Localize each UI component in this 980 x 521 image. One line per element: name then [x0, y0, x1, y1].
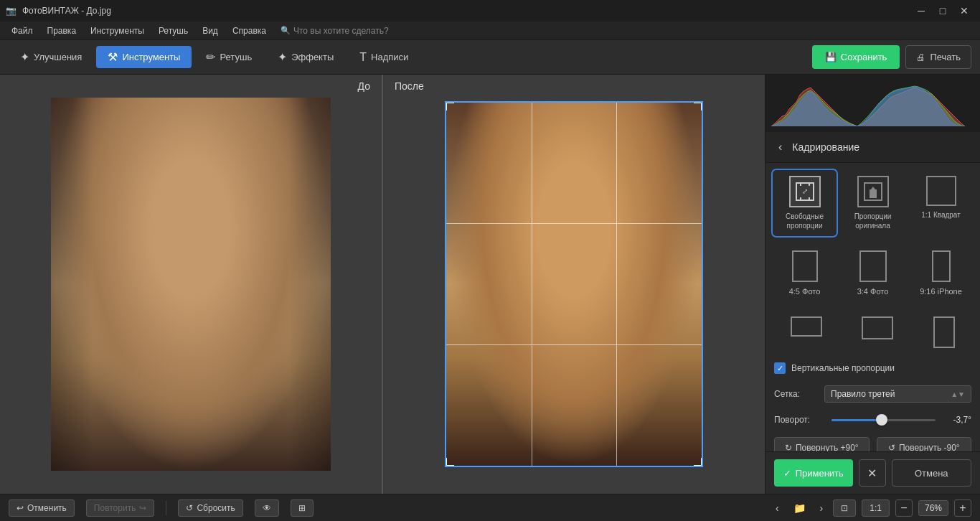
eye-button[interactable]: 👁: [255, 499, 279, 517]
compare-button[interactable]: ⊞: [291, 499, 314, 517]
tab-retouch[interactable]: ✏ Ретушь: [194, 46, 263, 68]
tab-enhancements[interactable]: ✦ Улучшения: [9, 46, 93, 68]
preset-square-icon: [926, 176, 956, 206]
rotate-ccw-button[interactable]: ↺ Повернуть -90°: [877, 437, 972, 451]
preset-more-3[interactable]: [929, 312, 959, 352]
nav-next-button[interactable]: ›: [816, 499, 828, 517]
zoom-out-button[interactable]: −: [895, 499, 913, 517]
rotate-cw-label: Повернуть +90°: [796, 443, 859, 451]
apply-check-icon: ✓: [783, 468, 791, 479]
search-placeholder[interactable]: Что вы хотите сделать?: [293, 26, 389, 36]
reset-icon: ↺: [186, 503, 193, 513]
reset-button[interactable]: ↺ Сбросить: [178, 499, 242, 517]
search-icon: 🔍: [281, 26, 291, 35]
menu-view[interactable]: Вид: [197, 24, 224, 38]
preset-square[interactable]: 1:1 Квадрат: [910, 172, 971, 235]
print-button[interactable]: 🖨 Печать: [905, 45, 971, 69]
menu-file[interactable]: Файл: [6, 24, 39, 38]
ratio-button[interactable]: 1:1: [862, 499, 890, 517]
close-button[interactable]: ✕: [954, 1, 974, 21]
save-button[interactable]: 💾 Сохранить: [812, 45, 900, 69]
rotate-cw-icon: ↻: [785, 443, 792, 451]
status-center: ‹ 📁 › ⊡ 1:1 − 76% +: [771, 499, 971, 517]
right-panel: ‹ Кадрирование ⤢: [765, 75, 980, 494]
crop-presets-row3: [774, 312, 971, 352]
fit-button[interactable]: ⊡: [833, 499, 856, 517]
undo-button[interactable]: ↩ Отменить: [9, 499, 75, 517]
menu-retouch[interactable]: Ретушь: [153, 24, 194, 38]
rotate-cw-button[interactable]: ↻ Повернуть +90°: [774, 437, 870, 451]
tools-icon: ⚒: [108, 50, 118, 64]
app-title: ФотоВИНТАЖ - До.jpg: [22, 6, 111, 16]
zoom-in-button[interactable]: +: [954, 499, 971, 517]
menu-tools[interactable]: Инструменты: [85, 24, 150, 38]
rotate-buttons: ↻ Повернуть +90° ↺ Повернуть -90°: [774, 437, 971, 451]
slider-thumb[interactable]: [876, 414, 887, 426]
rotate-ccw-icon: ↺: [888, 443, 895, 451]
before-container: [0, 75, 382, 494]
preset-3-4[interactable]: 3:4 Фото: [842, 246, 903, 301]
search-box[interactable]: 🔍 Что вы хотите сделать?: [281, 26, 389, 36]
toolbar-actions: 💾 Сохранить 🖨 Печать: [812, 45, 971, 69]
grid-label: Сетка:: [774, 389, 817, 399]
tab-effects-label: Эффекты: [291, 52, 334, 62]
tab-enhancements-label: Улучшения: [34, 52, 82, 62]
tab-captions-label: Надписи: [371, 52, 408, 62]
preset-iphone-icon: [932, 250, 951, 282]
tab-effects[interactable]: ✦ Эффекты: [266, 46, 345, 68]
nav-folder-button[interactable]: 📁: [789, 499, 810, 517]
tab-captions[interactable]: T Надписи: [348, 46, 420, 68]
vertical-checkbox[interactable]: [774, 362, 786, 374]
menu-help[interactable]: Справка: [227, 24, 272, 38]
panel-back-button[interactable]: ‹: [774, 139, 786, 155]
eye-icon: 👁: [263, 503, 271, 513]
after-container: [383, 75, 765, 494]
panel-header: ‹ Кадрирование: [765, 132, 980, 163]
redo-button[interactable]: Повторить ↪: [86, 499, 155, 517]
nav-prev-button[interactable]: ‹: [771, 499, 783, 517]
apply-button[interactable]: ✓ Применить: [774, 459, 853, 487]
preset-free[interactable]: ⤢ Свободныепропорции: [774, 172, 835, 235]
rotation-slider[interactable]: [831, 413, 936, 427]
preset-34-icon: [859, 250, 887, 282]
preset-45-label: 4:5 Фото: [789, 286, 821, 296]
enhancements-icon: ✦: [20, 50, 29, 64]
menubar: Файл Правка Инструменты Ретушь Вид Справ…: [0, 22, 980, 40]
preset-original[interactable]: Пропорцииоригинала: [842, 172, 903, 235]
preset-34-label: 3:4 Фото: [857, 286, 889, 296]
minimize-button[interactable]: ─: [911, 1, 931, 21]
preset-wide1-icon: [791, 316, 822, 337]
preset-4-5[interactable]: 4:5 Фото: [774, 246, 835, 301]
effects-icon: ✦: [278, 50, 287, 64]
slider-fill: [831, 419, 882, 421]
tab-tools[interactable]: ⚒ Инструменты: [96, 46, 192, 68]
grid-select[interactable]: Правило третей ▲▼: [824, 385, 971, 403]
preset-iphone[interactable]: 9:16 iPhone: [910, 246, 971, 301]
crop-presets-row1: ⤢ Свободныепропорции Пропорцииоригин: [774, 172, 971, 235]
preset-iphone-label: 9:16 iPhone: [920, 286, 962, 296]
histogram: [765, 75, 980, 132]
after-photo[interactable]: [445, 101, 703, 467]
preset-more-2[interactable]: [857, 312, 897, 352]
ratio-value: 1:1: [870, 503, 882, 513]
preset-45-icon: [792, 250, 818, 282]
save-icon: 💾: [825, 52, 837, 62]
menu-edit[interactable]: Правка: [42, 24, 83, 38]
after-panel: После: [383, 75, 765, 494]
status-left: ↩ Отменить Повторить ↪ ↺ Сбросить 👁 ⊞: [9, 499, 314, 517]
compare-icon: ⊞: [298, 503, 306, 513]
preset-more-1[interactable]: [786, 312, 826, 352]
grid-option-row: Сетка: Правило третей ▲▼: [774, 385, 971, 403]
cancel-x-button[interactable]: ✕: [859, 459, 886, 487]
before-panel: До: [0, 75, 382, 494]
captions-icon: T: [359, 51, 367, 64]
undo-label: Отменить: [27, 503, 67, 513]
preset-free-label: Свободныепропорции: [786, 212, 824, 230]
cancel-button[interactable]: Отмена: [892, 459, 972, 487]
maximize-button[interactable]: □: [933, 1, 953, 21]
after-photo-wrapper: [445, 101, 703, 467]
fit-icon: ⊡: [841, 503, 848, 513]
grid-value: Правило третей: [831, 389, 895, 399]
crop-presets-row2: 4:5 Фото 3:4 Фото 9:16 iPhone: [774, 246, 971, 301]
preset-original-icon: [857, 176, 889, 207]
